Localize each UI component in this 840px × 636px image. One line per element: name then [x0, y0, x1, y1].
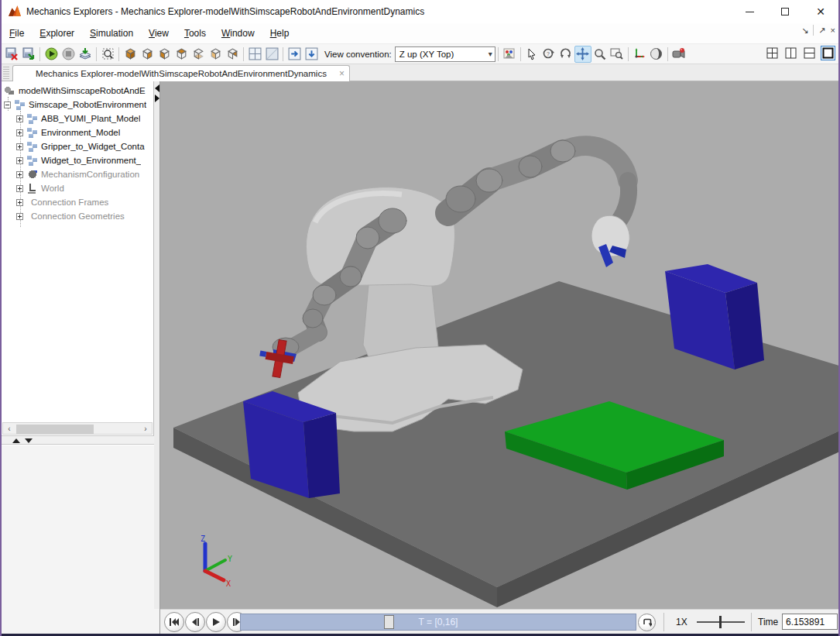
- view-convention-value: Z up (XY Top): [399, 50, 454, 59]
- go-to-start-button[interactable]: [164, 612, 184, 632]
- menu-view[interactable]: View: [141, 25, 177, 42]
- tree-item-connection-geometries[interactable]: Connection Geometries: [2, 209, 153, 223]
- minimize-button[interactable]: [732, 0, 767, 23]
- scrollbar-thumb[interactable]: [16, 425, 94, 434]
- title-bar: Mechanics Explorers - Mechanics Explorer…: [2, 0, 838, 23]
- scene-sphere-button[interactable]: [648, 46, 665, 63]
- tree-item-label: modelWithSimscapeRobotAndE: [19, 86, 146, 95]
- view-isometric-button[interactable]: [122, 46, 139, 63]
- menu-tools[interactable]: Tools: [177, 25, 214, 42]
- splitter-collapse-right-icon[interactable]: [155, 95, 159, 102]
- visual-settings-button[interactable]: [501, 46, 518, 63]
- pane-down-button[interactable]: [303, 46, 320, 63]
- splitter-collapse-left-icon[interactable]: [155, 84, 159, 92]
- tab-close-icon[interactable]: ×: [339, 68, 345, 79]
- vertical-splitter[interactable]: [154, 81, 160, 609]
- view-convention-dropdown[interactable]: Z up (XY Top) ▾: [395, 46, 495, 62]
- tree-item-environment-model[interactable]: Environment_Model: [2, 125, 153, 139]
- pan-button[interactable]: [574, 46, 591, 63]
- tab-label: Mechanics Explorer-modelWithSimscapeRobo…: [36, 69, 327, 78]
- panel-close-icon[interactable]: ×: [831, 26, 835, 35]
- play-pause-button[interactable]: [206, 612, 226, 632]
- zoom-to-fit-button[interactable]: [99, 46, 116, 63]
- zoom-region-button[interactable]: [609, 46, 626, 63]
- pane-forward-button[interactable]: [286, 46, 303, 63]
- tree-item-widget-to-environment[interactable]: Widget_to_Environment_: [2, 153, 153, 167]
- expand-icon[interactable]: [16, 185, 23, 192]
- horizontal-splitter[interactable]: [2, 435, 154, 445]
- time-slider[interactable]: T = [0,16]: [240, 614, 636, 631]
- expand-icon[interactable]: [16, 157, 23, 164]
- four-pane-view-button[interactable]: [246, 46, 263, 63]
- scroll-left-icon[interactable]: ‹: [3, 423, 15, 434]
- layout-single-button[interactable]: [821, 46, 835, 60]
- undock-icon[interactable]: ↗: [818, 26, 825, 36]
- scroll-right-icon[interactable]: ›: [139, 423, 152, 434]
- single-pane-view-button[interactable]: [263, 46, 280, 63]
- select-cursor-button[interactable]: [523, 46, 540, 63]
- frame-axes-button[interactable]: [631, 46, 648, 63]
- viewport-3d[interactable]: Z Y X: [160, 81, 840, 609]
- roll-view-button[interactable]: [557, 46, 574, 63]
- speed-slider-thumb[interactable]: [719, 616, 722, 628]
- step-back-button[interactable]: [185, 612, 205, 632]
- tab-mechanics-explorer[interactable]: Mechanics Explorer-modelWithSimscapeRobo…: [12, 65, 350, 81]
- menu-window[interactable]: Window: [214, 25, 262, 42]
- expand-icon[interactable]: [16, 129, 23, 136]
- view-back-button[interactable]: [156, 46, 173, 63]
- splitter-collapse-down-icon[interactable]: [25, 438, 33, 443]
- splitter-collapse-up-icon[interactable]: [12, 438, 20, 443]
- save-configuration-button[interactable]: [3, 46, 20, 63]
- expand-icon[interactable]: [16, 199, 23, 206]
- layout-two-horizontal-button[interactable]: [802, 46, 817, 60]
- speed-slider[interactable]: [697, 621, 745, 623]
- view-left-button[interactable]: [207, 46, 224, 63]
- tree-item-gripper-to-widget[interactable]: Gripper_to_Widget_Conta: [2, 139, 153, 153]
- expand-icon[interactable]: [16, 171, 23, 178]
- video-export-button[interactable]: [670, 46, 687, 63]
- stop-button[interactable]: [60, 46, 77, 63]
- view-right-button[interactable]: [224, 46, 241, 63]
- view-bottom-button[interactable]: [190, 46, 207, 63]
- loop-playback-button[interactable]: [638, 614, 656, 631]
- menu-file[interactable]: File: [2, 25, 32, 42]
- save-as-button[interactable]: [20, 46, 37, 63]
- time-input[interactable]: [782, 614, 838, 630]
- close-button[interactable]: ✕: [803, 0, 838, 23]
- tree-item-simscape-robotenvironment[interactable]: Simscape_RobotEnvironment: [2, 98, 153, 112]
- spacer: [26, 211, 28, 222]
- tree-item-abb-yumi-plant-model[interactable]: ABB_YUMI_Plant_Model: [2, 112, 153, 125]
- window-title: Mechanics Explorers - Mechanics Explorer…: [26, 6, 424, 17]
- tree-item-mechanism-configuration[interactable]: MechanismConfiguration: [2, 167, 153, 181]
- time-range-label: T = [0,16]: [241, 614, 636, 630]
- zoom-button[interactable]: [591, 46, 609, 63]
- menu-help[interactable]: Help: [262, 25, 297, 42]
- expand-icon[interactable]: [16, 115, 23, 122]
- scene-canvas: Z Y X: [160, 81, 840, 609]
- play-icon: [212, 617, 221, 627]
- play-button[interactable]: [43, 46, 60, 63]
- collapse-icon[interactable]: [4, 101, 11, 108]
- tree-horizontal-scrollbar[interactable]: ‹ ›: [2, 422, 153, 435]
- tree-item-root[interactable]: modelWithSimscapeRobotAndE: [2, 84, 153, 98]
- maximize-button[interactable]: [767, 0, 803, 23]
- tree-item-world[interactable]: World: [2, 181, 153, 195]
- layout-two-vertical-button[interactable]: [783, 46, 798, 60]
- tab-grip[interactable]: [3, 67, 9, 79]
- menu-simulation[interactable]: Simulation: [82, 25, 141, 42]
- expand-icon[interactable]: [16, 213, 23, 220]
- expand-icon[interactable]: [16, 143, 23, 150]
- mechanics-explorer-window: Mechanics Explorers - Mechanics Explorer…: [0, 0, 840, 636]
- view-front-button[interactable]: [139, 46, 156, 63]
- dock-icon[interactable]: ↘: [801, 26, 808, 36]
- menu-explorer[interactable]: Explorer: [32, 25, 82, 42]
- record-animation-button[interactable]: [77, 46, 94, 63]
- view-top-button[interactable]: [173, 46, 190, 63]
- divider: [813, 25, 814, 36]
- layout-quad-button[interactable]: [765, 46, 780, 60]
- tree-item-label: Connection Geometries: [31, 211, 125, 221]
- rotate-orbit-button[interactable]: ?: [540, 46, 557, 63]
- tree-item-connection-frames[interactable]: Connection Frames: [2, 195, 153, 209]
- tree-guide-line: [20, 111, 21, 227]
- time-slider-thumb[interactable]: [384, 615, 394, 629]
